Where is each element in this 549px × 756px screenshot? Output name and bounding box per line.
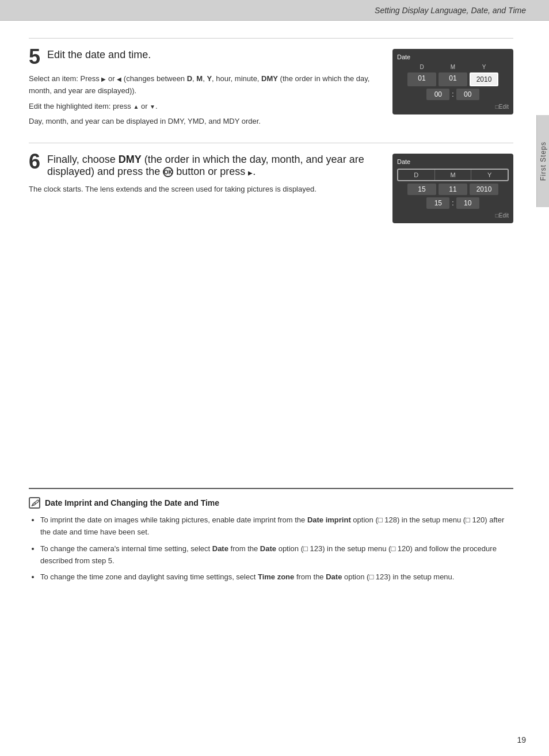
step5-body: Select an item: Press or (changes betwee… — [29, 73, 381, 128]
step6-title: 6 Finally, choose DMY (the order in whic… — [29, 154, 381, 178]
note-box: 🖊 Date Imprint and Changing the Date and… — [29, 488, 513, 583]
step5-number: 5 — [29, 49, 40, 67]
note-bullets: To imprint the date on images while taki… — [29, 514, 513, 583]
step5-left: 5 Edit the date and time. Select an item… — [29, 49, 381, 131]
step6-body-text: The clock starts. The lens extends and t… — [29, 184, 381, 196]
note-bullet-3: To change the time zone and daylight sav… — [40, 571, 513, 583]
screen2-d-label: D — [398, 170, 435, 180]
note-title-text: Date Imprint and Changing the Date and T… — [45, 498, 219, 507]
screen1-month: 01 — [439, 72, 467, 86]
screen1-colon: : — [452, 90, 453, 98]
screen2-year: 2010 — [470, 184, 498, 195]
step6-left: 6 Finally, choose DMY (the order in whic… — [29, 154, 381, 223]
screen2-day: 15 — [407, 184, 436, 195]
page: Setting Display Language, Date, and Time… — [0, 0, 549, 756]
screen2-y-label: Y — [471, 170, 508, 180]
main-content: 5 Edit the date and time. Select an item… — [0, 21, 536, 730]
step5-screen: Date D M Y 01 01 2010 00 : 00 — [392, 49, 513, 131]
screen2-edit: □Edit — [397, 212, 509, 219]
step6-body: The clock starts. The lens extends and t… — [29, 184, 381, 196]
step6-number: 6 — [29, 154, 40, 172]
step6-section: 6 Finally, choose DMY (the order in whic… — [29, 143, 513, 223]
ok-button-icon: OK — [163, 167, 173, 177]
screen2-m-label: M — [435, 170, 472, 180]
screen2-date-row: 15 11 2010 — [397, 184, 509, 195]
screen1-day: 01 — [407, 72, 436, 86]
screen1-year: 2010 — [470, 72, 498, 86]
screen2-month: 11 — [439, 184, 467, 195]
step6-screen: Date D M Y 15 11 2010 15 : 10 — [392, 154, 513, 223]
screen1-label-y: Y — [470, 64, 498, 70]
step5-section: 5 Edit the date and time. Select an item… — [29, 38, 513, 131]
screen2-dmy-row: D M Y — [397, 169, 509, 181]
page-number: 19 — [0, 730, 549, 756]
side-tab: First Steps — [536, 115, 549, 207]
screen1-labels: D M Y — [397, 64, 509, 70]
screen2-hour: 15 — [426, 197, 449, 209]
camera-screen-2: Date D M Y 15 11 2010 15 : 10 — [392, 154, 513, 223]
note-bullet-2: To change the camera's internal time set… — [40, 543, 513, 567]
side-tab-label: First Steps — [539, 142, 547, 181]
screen1-edit: □Edit — [397, 104, 509, 110]
step5-body3: Day, month, and year can be displayed in… — [29, 116, 381, 128]
screen1-label-d: D — [407, 64, 436, 70]
step5-title-text: Edit the date and time. — [47, 49, 151, 60]
step5-title: 5 Edit the date and time. — [29, 49, 381, 67]
screen2-minute: 10 — [456, 197, 479, 209]
camera-screen-1: Date D M Y 01 01 2010 00 : 00 — [392, 49, 513, 114]
step6-title-text: Finally, choose DMY (the order in which … — [47, 154, 364, 177]
screen2-colon: : — [452, 199, 453, 207]
screen1-hour: 00 — [426, 89, 449, 100]
screen1-label-m: M — [439, 64, 467, 70]
step5-body1: Select an item: Press or (changes betwee… — [29, 73, 381, 97]
screen1-title: Date — [397, 54, 509, 60]
content-spacer — [29, 235, 513, 476]
screen1-date-row: 01 01 2010 — [397, 72, 509, 86]
header-title: Setting Display Language, Date, and Time — [375, 6, 526, 15]
note-box-title: 🖊 Date Imprint and Changing the Date and… — [29, 497, 513, 509]
screen2-time-row: 15 : 10 — [397, 197, 509, 209]
step5-body2: Edit the highlighted item: press or . — [29, 101, 381, 113]
screen2-title: Date — [397, 158, 509, 165]
note-icon: 🖊 — [29, 497, 40, 509]
note-bullet-1: To imprint the date on images while taki… — [40, 514, 513, 539]
screen1-minute: 00 — [456, 89, 479, 100]
header-bar: Setting Display Language, Date, and Time — [0, 0, 549, 21]
screen1-time-row: 00 : 00 — [397, 89, 509, 100]
